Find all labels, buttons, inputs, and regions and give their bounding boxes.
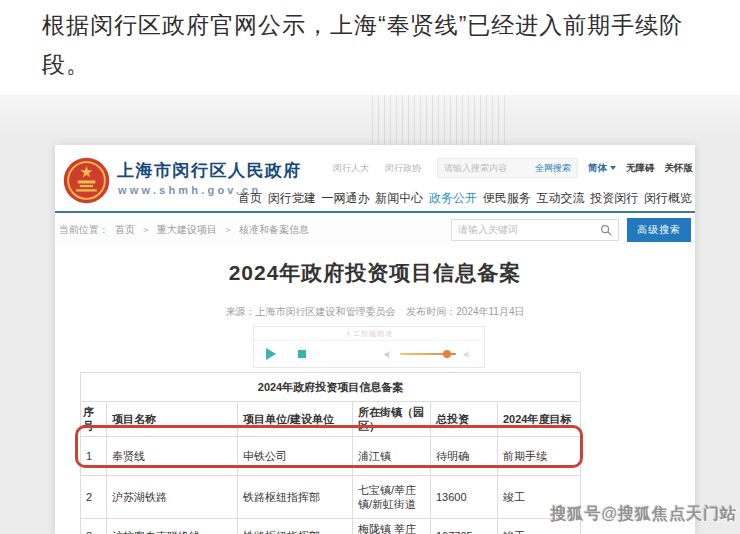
cell-investment: 待明确 — [431, 437, 498, 476]
cell-town: 七宝镇/莘庄镇/新虹街道 — [353, 476, 431, 519]
watermark: 搜狐号@搜狐焦点天门站 — [550, 504, 737, 525]
table-row-fengxian-line: 1 奉贤线 申铁公司 浦江镇 待明确 前期手续 — [81, 437, 581, 476]
nav-item-gov-affairs[interactable]: 政务公开 — [429, 190, 477, 207]
cell-index: 3 — [81, 519, 107, 534]
table-header-row: 序号 项目名称 项目单位/建设单位 所在街镇（园区） 总投资 2024年度目标 — [81, 402, 581, 437]
cell-unit: 铁路枢纽指挥部 — [238, 519, 353, 534]
cell-unit: 申铁公司 — [238, 437, 353, 476]
header-search-button[interactable]: 全网搜索 — [535, 162, 571, 175]
article-title: 2024年政府投资项目信息备案 — [55, 259, 695, 287]
nav-item-onestop[interactable]: 一网通办 — [322, 190, 370, 207]
nav-item-home[interactable]: 首页 — [238, 190, 262, 207]
article-publish-date: 发布时间：2024年11月4日 — [406, 306, 524, 317]
language-select[interactable]: 简体 — [588, 162, 616, 175]
breadcrumb-separator: ＞ — [141, 223, 151, 237]
cell-project: 沪苏湖铁路 — [107, 476, 238, 519]
projects-table: 2024年政府投资项目信息备案 序号 项目名称 项目单位/建设单位 所在街镇（园… — [80, 372, 581, 534]
cell-town: 梅陇镇 莘庄镇 — [353, 519, 431, 534]
table-row-huhang-link: 3 沪杭客专南联络线 铁路枢纽指挥部 梅陇镇 莘庄镇 167705 竣工 — [81, 519, 581, 534]
article-meta: 来源：上海市闵行区建设和管理委员会 发布时间：2024年11月4日 — [55, 305, 695, 319]
breadcrumb-separator: ＞ — [223, 223, 233, 237]
cell-investment: 13600 — [431, 476, 498, 519]
col-header-town: 所在街镇（园区） — [353, 402, 431, 437]
language-select-label: 简体 — [588, 162, 607, 175]
breadcrumb: 当前位置： 首页 ＞ 重大建设项目 ＞ 核准和备案信息 — [59, 223, 315, 237]
breadcrumb-filing-info[interactable]: 核准和备案信息 — [239, 223, 309, 237]
chevron-down-icon — [610, 166, 616, 170]
table-row-husuhu-railway: 2 沪苏湖铁路 铁路枢纽指挥部 七宝镇/莘庄镇/新虹街道 13600 竣工 — [81, 476, 581, 519]
cell-index: 2 — [81, 476, 107, 519]
breadcrumb-home[interactable]: 首页 — [115, 223, 135, 237]
stop-icon[interactable] — [298, 350, 306, 358]
cell-investment: 167705 — [431, 519, 498, 534]
volume-control — [384, 350, 472, 359]
cell-index: 1 — [81, 437, 107, 476]
breadcrumb-bar: 当前位置： 首页 ＞ 重大建设项目 ＞ 核准和备案信息 请输入关键词 高级搜索 — [55, 213, 695, 247]
table-caption: 2024年政府投资项目信息备案 — [81, 373, 581, 402]
audio-reader-controls — [254, 341, 484, 367]
cell-project: 奉贤线 — [107, 437, 238, 476]
volume-slider-knob[interactable] — [443, 350, 451, 358]
page-search-group: 请输入关键词 高级搜索 — [451, 218, 693, 242]
col-header-goal: 2024年度目标 — [498, 402, 581, 437]
accessibility-link[interactable]: 无障碍 — [626, 162, 655, 175]
keyword-search-input[interactable]: 请输入关键词 — [451, 219, 619, 241]
nav-item-interaction[interactable]: 互动交流 — [537, 190, 585, 207]
care-version-link[interactable]: 关怀版 — [665, 162, 694, 175]
article-source: 来源：上海市闵行区建设和管理委员会 — [226, 306, 396, 317]
national-emblem-logo — [63, 157, 110, 204]
breadcrumb-label: 当前位置： — [59, 223, 109, 237]
backdrop-sheen — [0, 95, 740, 135]
nav-item-party[interactable]: 闵行党建 — [268, 190, 316, 207]
audio-reader-widget: 人工智能朗读 — [253, 326, 485, 368]
nav-item-news[interactable]: 新闻中心 — [375, 190, 423, 207]
col-header-investment: 总投资 — [431, 402, 498, 437]
keyword-search-placeholder: 请输入关键词 — [458, 223, 518, 237]
volume-high-icon — [463, 350, 472, 359]
header-search-input[interactable]: 请输入搜索内容 全网搜索 — [437, 158, 578, 178]
quick-link-zhengxie[interactable]: 闵行政协 — [385, 162, 421, 175]
site-title: 上海市闵行区人民政府 — [117, 159, 302, 182]
nav-item-invest[interactable]: 投资闵行 — [590, 190, 638, 207]
cell-project: 沪杭客专南联络线 — [107, 519, 238, 534]
search-icon — [600, 224, 612, 236]
col-header-project: 项目名称 — [107, 402, 238, 437]
col-header-index: 序号 — [81, 402, 107, 437]
volume-slider[interactable] — [400, 353, 456, 355]
quick-link-renda[interactable]: 闵行人大 — [333, 162, 369, 175]
breadcrumb-major-projects[interactable]: 重大建设项目 — [157, 223, 217, 237]
cell-unit: 铁路枢纽指挥部 — [238, 476, 353, 519]
play-icon[interactable] — [266, 348, 276, 360]
cell-goal: 前期手续 — [498, 437, 581, 476]
audio-reader-label: 人工智能朗读 — [254, 327, 484, 341]
main-nav: 首页 闵行党建 一网通办 新闻中心 政务公开 便民服务 互动交流 投资闵行 闵行… — [238, 189, 692, 207]
cell-town: 浦江镇 — [353, 437, 431, 476]
col-header-unit: 项目单位/建设单位 — [238, 402, 353, 437]
advanced-search-button[interactable]: 高级搜索 — [627, 218, 691, 242]
nav-item-services[interactable]: 便民服务 — [483, 190, 531, 207]
nav-item-overview[interactable]: 闵行概览 — [644, 190, 692, 207]
header-utility-bar: 闵行人大 闵行政协 请输入搜索内容 全网搜索 简体 无障碍 关怀版 — [333, 157, 693, 179]
gov-site-screenshot-card: 上海市闵行区人民政府 www.shmh.gov.cn 闵行人大 闵行政协 请输入… — [55, 145, 695, 534]
table-caption-row: 2024年政府投资项目信息备案 — [81, 373, 581, 402]
intro-text: 根据闵行区政府官网公示，上海“奉贤线”已经进入前期手续阶段。 — [42, 6, 710, 84]
header-search-placeholder: 请输入搜索内容 — [444, 162, 507, 175]
volume-low-icon — [384, 350, 393, 359]
